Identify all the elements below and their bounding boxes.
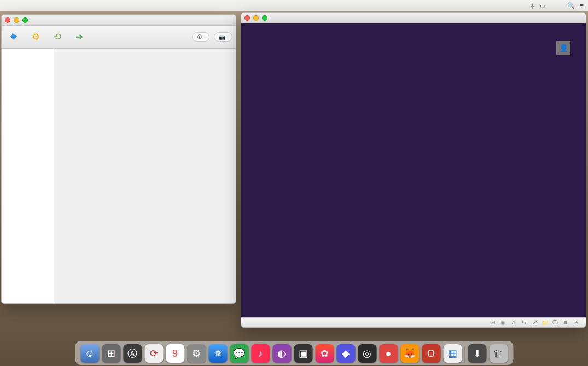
new-button[interactable]: ✹: [5, 29, 22, 45]
settings-button[interactable]: ⚙: [27, 29, 44, 45]
vm-running-window: 👤 ⛁ ◉ ♫ ⇆ ⎇ 📁 🖵 ⏺ 🖯: [241, 12, 586, 328]
vm-details-pane: [54, 49, 236, 303]
network-activity-icon[interactable]: ⇆: [520, 319, 527, 326]
dock-trash[interactable]: 🗑: [489, 344, 508, 363]
dock-virtualbox[interactable]: ▦: [443, 344, 462, 363]
mouse-integration-icon[interactable]: 🖯: [572, 319, 579, 326]
dock-terminal[interactable]: ▣: [294, 344, 312, 363]
minimize-icon[interactable]: [14, 17, 19, 23]
close-icon[interactable]: [5, 17, 10, 23]
wifi-icon[interactable]: ⏚: [531, 2, 534, 9]
shared-folders-icon[interactable]: 📁: [541, 319, 548, 326]
dock-launchpad[interactable]: ⊞: [102, 344, 120, 363]
dock-app4[interactable]: ●: [379, 344, 398, 363]
dock-messages[interactable]: 💬: [230, 344, 248, 363]
audio-activity-icon[interactable]: ♫: [510, 319, 517, 326]
user-account[interactable]: 👤: [552, 41, 570, 55]
dock: ☺ ⊞ Ⓐ ⟳ 9 ⚙ ✵ 💬 ♪ ◐ ▣ ✿ ◆ ◎ ● 🦊 O ▦ ⬇ 🗑: [75, 341, 513, 365]
display-icon[interactable]: 🖵: [551, 319, 558, 326]
mac-menu-bar: ⏚ ▭ 🔍 ≡: [0, 0, 588, 11]
dock-safari[interactable]: ✵: [208, 344, 227, 363]
spotlight-icon[interactable]: 🔍: [567, 2, 575, 9]
dock-app2[interactable]: ◆: [336, 344, 355, 363]
dock-firefox[interactable]: 🦊: [400, 344, 419, 363]
optical-activity-icon[interactable]: ◉: [499, 319, 507, 326]
show-button[interactable]: ➔: [71, 29, 88, 45]
dock-opera[interactable]: O: [422, 344, 440, 363]
manager-titlebar[interactable]: [2, 15, 236, 26]
recording-icon[interactable]: ⏺: [562, 319, 569, 326]
vm-status-bar: ⛁ ◉ ♫ ⇆ ⎇ 📁 🖵 ⏺ 🖯: [241, 317, 586, 327]
snapshots-toggle[interactable]: 📷: [214, 32, 232, 42]
vm-titlebar[interactable]: [241, 13, 586, 23]
dock-app1[interactable]: ◐: [272, 344, 291, 363]
details-toggle[interactable]: ⦿: [192, 32, 209, 42]
dock-separator: [464, 346, 465, 363]
virtualbox-manager-window: ✹ ⚙ ⟲ ➔ ⦿ 📷: [1, 14, 236, 304]
dock-appstore[interactable]: Ⓐ: [123, 344, 142, 363]
zoom-icon[interactable]: [22, 17, 28, 23]
user-avatar-icon: 👤: [556, 41, 570, 55]
dock-system-preferences[interactable]: ⚙: [187, 344, 206, 363]
minimize-icon[interactable]: [253, 15, 259, 21]
usb-activity-icon[interactable]: ⎇: [531, 319, 538, 326]
dock-downloads[interactable]: ⬇: [468, 344, 486, 363]
dock-app3[interactable]: ◎: [358, 344, 376, 363]
dock-activity-monitor[interactable]: ⟳: [144, 344, 163, 363]
dock-finder[interactable]: ☺: [80, 344, 99, 363]
guest-screen[interactable]: 👤: [241, 23, 586, 317]
hdd-activity-icon[interactable]: ⛁: [489, 319, 496, 326]
battery-icon[interactable]: ▭: [540, 2, 545, 9]
menu-extra-icon[interactable]: ≡: [580, 2, 584, 9]
manager-toolbar: ✹ ⚙ ⟲ ➔ ⦿ 📷: [2, 26, 236, 49]
discard-button[interactable]: ⟲: [49, 29, 66, 45]
dock-itunes[interactable]: ♪: [251, 344, 270, 363]
dock-photos[interactable]: ✿: [315, 344, 334, 363]
vm-list[interactable]: [2, 49, 54, 303]
dock-calendar[interactable]: 9: [166, 344, 184, 363]
zoom-icon[interactable]: [262, 15, 267, 21]
close-icon[interactable]: [244, 15, 250, 21]
